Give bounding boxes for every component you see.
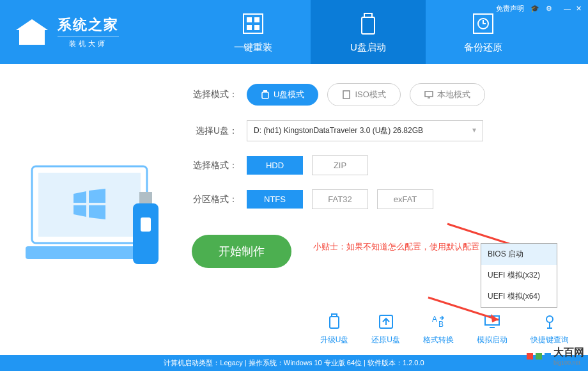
format-zip-button[interactable]: ZIP bbox=[312, 155, 368, 175]
usb-drive-icon bbox=[355, 11, 381, 36]
logo-subtitle: 装机大师 bbox=[58, 36, 119, 49]
restore-usb-icon bbox=[377, 313, 395, 331]
svg-rect-2 bbox=[254, 17, 259, 22]
minimize-button[interactable]: — bbox=[564, 4, 571, 13]
tool-hotkey[interactable]: 快捷键查询 bbox=[530, 313, 569, 345]
nav-reinstall[interactable]: 一键重装 bbox=[196, 0, 311, 64]
popup-uefi32[interactable]: UEFI 模拟(x32) bbox=[481, 265, 557, 286]
app-header: 系统之家 装机大师 一键重装 U盘启动 备份还原 免责声明 🎓 ⚙ — ✕ bbox=[0, 0, 588, 64]
logo-title: 系统之家 bbox=[58, 15, 119, 35]
start-button[interactable]: 开始制作 bbox=[192, 235, 291, 268]
svg-text:B: B bbox=[438, 320, 444, 329]
nav-usb-boot[interactable]: U盘启动 bbox=[311, 0, 426, 64]
fs-exfat-button[interactable]: exFAT bbox=[377, 189, 433, 209]
footer-tools: 升级U盘 还原U盘 AB 格式转换 模拟启动 快捷键查询 bbox=[320, 313, 569, 345]
illustration bbox=[26, 102, 173, 269]
gear-icon[interactable]: ⚙ bbox=[546, 4, 552, 13]
windows-reload-icon bbox=[240, 11, 266, 36]
fs-ntfs-button[interactable]: NTFS bbox=[247, 190, 303, 209]
svg-rect-10 bbox=[38, 173, 141, 237]
window-controls: 免责声明 🎓 ⚙ — ✕ bbox=[496, 4, 582, 13]
svg-rect-0 bbox=[244, 14, 263, 33]
mode-label: 选择模式： bbox=[192, 89, 238, 100]
tool-simulate[interactable]: 模拟启动 bbox=[477, 313, 507, 345]
partition-label: 分区格式： bbox=[192, 194, 238, 205]
svg-rect-1 bbox=[247, 17, 252, 22]
disclaimer-link[interactable]: 免责声明 bbox=[496, 4, 524, 13]
mode-local-button[interactable]: 本地模式 bbox=[410, 83, 485, 106]
logo: 系统之家 装机大师 bbox=[0, 15, 119, 49]
upgrade-usb-icon bbox=[325, 313, 343, 331]
format-convert-icon: AB bbox=[429, 313, 447, 331]
svg-rect-13 bbox=[133, 203, 159, 264]
svg-rect-18 bbox=[425, 91, 433, 97]
format-hdd-button[interactable]: HDD bbox=[247, 156, 303, 175]
popup-bios[interactable]: BIOS 启动 bbox=[481, 244, 557, 265]
format-label: 选择格式： bbox=[192, 160, 238, 171]
simulate-boot-icon bbox=[483, 313, 501, 331]
mode-usb-button[interactable]: U盘模式 bbox=[247, 84, 318, 106]
close-button[interactable]: ✕ bbox=[576, 4, 582, 13]
watermark: 大百网 big100.net bbox=[527, 346, 584, 366]
tool-upgrade[interactable]: 升级U盘 bbox=[320, 313, 349, 345]
svg-rect-25 bbox=[330, 317, 339, 328]
tool-convert[interactable]: AB 格式转换 bbox=[423, 313, 454, 345]
svg-rect-14 bbox=[141, 217, 151, 232]
svg-rect-6 bbox=[362, 17, 375, 34]
monitor-icon bbox=[424, 90, 433, 99]
svg-rect-16 bbox=[262, 92, 268, 99]
drive-select[interactable]: D: (hd1) KingstonDataTraveler 3.0 (U盘) 2… bbox=[247, 120, 483, 141]
svg-text:A: A bbox=[432, 315, 437, 324]
usb-small-icon bbox=[261, 90, 270, 99]
fs-fat32-button[interactable]: FAT32 bbox=[312, 189, 368, 209]
backup-restore-icon bbox=[470, 11, 496, 36]
svg-rect-4 bbox=[254, 25, 259, 30]
svg-point-31 bbox=[546, 316, 553, 322]
usb-illustration-icon bbox=[128, 192, 166, 275]
drive-label: 选择U盘： bbox=[192, 125, 238, 137]
svg-rect-17 bbox=[343, 91, 350, 99]
mode-iso-button[interactable]: ISO模式 bbox=[327, 83, 400, 106]
graduate-icon[interactable]: 🎓 bbox=[530, 4, 539, 13]
svg-rect-29 bbox=[485, 316, 499, 325]
tip-text: 小贴士：如果不知道怎么配置，使用默认配置 bbox=[313, 241, 479, 253]
svg-rect-12 bbox=[139, 192, 152, 203]
popup-uefi64[interactable]: UEFI 模拟(x64) bbox=[481, 286, 557, 307]
status-bar: 计算机启动类型：Legacy | 操作系统：Windows 10 专业版 64位… bbox=[0, 355, 588, 371]
boot-mode-popup: BIOS 启动 UEFI 模拟(x32) UEFI 模拟(x64) bbox=[481, 243, 557, 308]
svg-rect-3 bbox=[247, 25, 252, 30]
main-nav: 一键重装 U盘启动 备份还原 bbox=[196, 0, 541, 64]
house-logo-icon bbox=[13, 16, 51, 48]
hotkey-search-icon bbox=[541, 313, 559, 331]
tool-restore[interactable]: 还原U盘 bbox=[371, 313, 400, 345]
iso-file-icon bbox=[342, 90, 351, 99]
